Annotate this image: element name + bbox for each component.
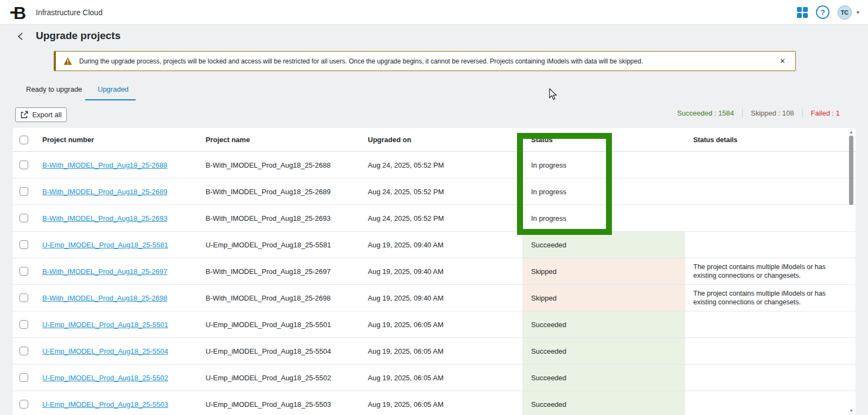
upgraded-on-cell: Aug 19, 2025, 06:05 AM: [368, 374, 522, 382]
status-text: Succeeded: [531, 374, 566, 382]
project-number-link[interactable]: U-Emp_IMODEL_Prod_Aug18_25-5503: [42, 400, 168, 408]
upgraded-on-cell: Aug 19, 2025, 06:05 AM: [368, 347, 522, 355]
status-cell: Succeeded: [522, 391, 685, 415]
avatar[interactable]: TC: [838, 5, 852, 20]
status-cell: In progress: [522, 178, 685, 205]
row-checkbox-cell: [13, 347, 42, 356]
project-number-link[interactable]: B-With_IMODEL_Prod_Aug18_25-2693: [42, 214, 168, 222]
status-cell: In progress: [522, 205, 685, 231]
project-name-cell: B-With_IMODEL_Prod_Aug18_25-2689: [206, 188, 368, 196]
row-checkbox[interactable]: [20, 240, 28, 249]
project-name-cell: U-Emp_iMODEL_Prod_Aug18_25-5502: [206, 374, 368, 382]
status-details-text: The project contains multiple iModels or…: [693, 289, 839, 307]
column-header-status-details: Status details: [685, 136, 856, 144]
project-number-cell: B-With_IMODEL_Prod_Aug18_25-2698: [42, 294, 206, 302]
table-row: U-Emp_IMODEL_Prod_Aug18_25-5502 U-Emp_iM…: [13, 365, 856, 391]
project-number-link[interactable]: U-Emp_IMODEL_Prod_Aug18_25-5502: [42, 374, 168, 382]
project-number-cell: U-Emp_IMODEL_Prod_Aug18_25-5502: [42, 374, 206, 382]
table-row: B-With_IMODEL_Prod_Aug18_25-2697 B-With_…: [13, 258, 856, 285]
upgraded-on-cell: Aug 24, 2025, 05:52 PM: [368, 214, 522, 222]
vertical-scrollbar-thumb[interactable]: [849, 136, 853, 205]
project-name-cell: B-With_IMODEL_Prod_Aug18_25-2697: [206, 267, 368, 276]
column-header-upgraded-on: Upgraded on: [368, 136, 522, 144]
project-number-link[interactable]: B-With_IMODEL_Prod_Aug18_25-2688: [42, 161, 168, 169]
skipped-count: Skipped : 108: [751, 109, 794, 117]
table-row: B-With_IMODEL_Prod_Aug18_25-2698 B-With_…: [13, 285, 856, 311]
status-summary: Succeeded : 1584 Skipped : 108 Failed : …: [677, 109, 840, 117]
product-name: Infrastructure Cloud: [36, 8, 103, 17]
upgraded-on-cell: Aug 19, 2025, 09:40 AM: [368, 267, 522, 276]
page-title: Upgrade projects: [36, 30, 120, 42]
project-name-cell: U-Emp_iMODEL_Prod_Aug18_25-5504: [206, 347, 368, 355]
status-cell: Succeeded: [522, 365, 685, 391]
warning-icon: [63, 57, 72, 65]
export-all-button[interactable]: Export all: [15, 107, 67, 122]
scroll-up-icon[interactable]: ▲: [849, 130, 853, 135]
select-all-checkbox[interactable]: [20, 136, 28, 144]
project-number-cell: B-With_IMODEL_Prod_Aug18_25-2697: [42, 267, 206, 276]
table-row: B-With_IMODEL_Prod_Aug18_25-2689 B-With_…: [13, 178, 856, 205]
project-number-link[interactable]: B-With_IMODEL_Prod_Aug18_25-2689: [42, 188, 168, 196]
table-row: U-Emp_IMODEL_Prod_Aug18_25-5503 U-Emp_iM…: [13, 391, 856, 415]
row-checkbox-cell: [13, 187, 42, 196]
status-cell: Succeeded: [522, 311, 685, 337]
upgraded-on-cell: Aug 19, 2025, 09:40 AM: [368, 241, 522, 249]
row-checkbox[interactable]: [20, 320, 28, 329]
close-icon[interactable]: ✕: [777, 56, 788, 66]
summary-divider: [802, 109, 803, 117]
project-number-link[interactable]: B-With_IMODEL_Prod_Aug18_25-2698: [42, 294, 168, 302]
row-checkbox[interactable]: [20, 267, 28, 276]
help-icon[interactable]: ?: [816, 5, 829, 19]
status-text: Skipped: [531, 294, 557, 302]
project-name-cell: B-With_IMODEL_Prod_Aug18_25-2688: [206, 161, 368, 169]
project-name-cell: B-With_IMODEL_Prod_Aug18_25-2698: [206, 294, 368, 302]
row-checkbox-cell: [13, 267, 42, 276]
project-number-cell: U-Emp_IMODEL_Prod_Aug18_25-5581: [42, 241, 206, 249]
row-checkbox[interactable]: [20, 347, 28, 355]
warning-message: During the upgrade process, projects wil…: [79, 58, 643, 65]
row-checkbox[interactable]: [20, 373, 28, 382]
failed-count: Failed : 1: [811, 109, 840, 117]
row-checkbox[interactable]: [20, 214, 28, 222]
column-header-status: Status: [522, 128, 685, 151]
project-name-cell: U-Emp_iMODEL_Prod_Aug18_25-5581: [206, 241, 368, 249]
project-number-link[interactable]: U-Emp_IMODEL_Prod_Aug18_25-5504: [42, 347, 168, 355]
tab-ready-to-upgrade[interactable]: Ready to upgrade: [26, 85, 82, 93]
apps-grid-icon[interactable]: [797, 7, 808, 18]
project-number-cell: B-With_IMODEL_Prod_Aug18_25-2689: [42, 188, 206, 196]
status-text: Succeeded: [531, 400, 566, 408]
export-icon: [20, 111, 28, 119]
upgraded-on-cell: Aug 19, 2025, 06:05 AM: [368, 400, 522, 408]
status-cell: Succeeded: [522, 338, 685, 364]
row-checkbox-cell: [13, 373, 42, 382]
status-cell: Skipped: [522, 258, 685, 284]
status-details-text: The project contains multiple iModels or…: [693, 263, 839, 280]
chevron-down-icon[interactable]: ▾: [857, 9, 859, 15]
project-number-cell: U-Emp_IMODEL_Prod_Aug18_25-5501: [42, 321, 206, 329]
scroll-down-icon[interactable]: ▼: [849, 408, 853, 413]
project-number-link[interactable]: U-Emp_IMODEL_Prod_Aug18_25-5581: [42, 241, 168, 249]
status-text: In progress: [531, 214, 566, 222]
active-tab-underline: [85, 99, 136, 100]
project-number-cell: B-With_IMODEL_Prod_Aug18_25-2693: [42, 214, 206, 222]
project-number-cell: U-Emp_IMODEL_Prod_Aug18_25-5504: [42, 347, 206, 355]
table-row: U-Emp_IMODEL_Prod_Aug18_25-5581 U-Emp_iM…: [13, 232, 856, 258]
row-checkbox-cell: [13, 161, 42, 170]
row-checkbox[interactable]: [20, 161, 28, 169]
project-name-cell: B-With_IMODEL_Prod_Aug18_25-2693: [206, 214, 368, 222]
project-number-link[interactable]: U-Emp_IMODEL_Prod_Aug18_25-5501: [42, 321, 168, 329]
tab-upgraded[interactable]: Upgraded: [98, 85, 129, 93]
row-checkbox[interactable]: [20, 293, 28, 302]
table-row: B-With_IMODEL_Prod_Aug18_25-2688 B-With_…: [13, 152, 856, 178]
row-checkbox[interactable]: [20, 400, 28, 408]
table-body: B-With_IMODEL_Prod_Aug18_25-2688 B-With_…: [13, 152, 856, 415]
project-name-cell: U-Emp_iMODEL_Prod_Aug18_25-5501: [206, 321, 368, 329]
table-header-row: Project number Project name Upgraded on …: [13, 128, 856, 152]
mouse-cursor: [549, 88, 557, 100]
summary-divider: [742, 109, 743, 117]
upgraded-on-cell: Aug 19, 2025, 06:05 AM: [368, 321, 522, 329]
status-details-cell: The project contains multiple iModels or…: [685, 263, 856, 280]
project-number-link[interactable]: B-With_IMODEL_Prod_Aug18_25-2697: [42, 267, 168, 276]
row-checkbox[interactable]: [20, 187, 28, 196]
back-button[interactable]: [17, 32, 24, 41]
